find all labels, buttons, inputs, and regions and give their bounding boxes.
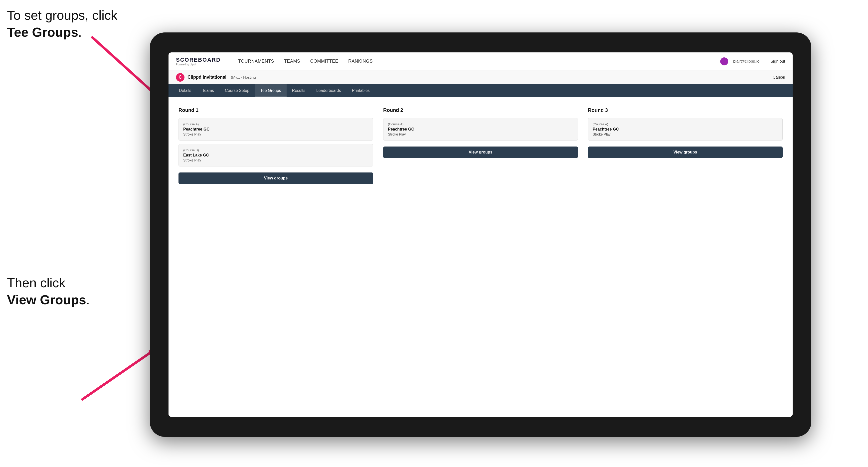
rounds-container: Round 1 (Course A) Peachtree GC Stroke P… — [179, 107, 783, 184]
nav-teams[interactable]: TEAMS — [284, 59, 300, 64]
round-2-course-a-card: (Course A) Peachtree GC Stroke Play — [383, 118, 578, 141]
round-3-view-groups-button[interactable]: View groups — [588, 147, 783, 158]
tablet-screen: SCOREBOARD Powered by clippit TOURNAMENT… — [168, 53, 793, 417]
round-3-course-a-name: Peachtree GC — [593, 127, 778, 131]
round-2-view-groups-button[interactable]: View groups — [383, 147, 578, 158]
round-2-course-a-format: Stroke Play — [388, 132, 573, 136]
round-1-course-a-label: (Course A) — [183, 122, 369, 126]
round-2-column: Round 2 (Course A) Peachtree GC Stroke P… — [383, 107, 578, 184]
instruction-bottom-line1: Then click — [7, 276, 65, 290]
round-1-course-b-label: (Course B) — [183, 148, 369, 152]
instruction-top-line2: Tee Groups — [7, 25, 78, 39]
round-1-course-a-card: (Course A) Peachtree GC Stroke Play — [179, 118, 373, 141]
nav-committee[interactable]: COMMITTEE — [310, 59, 339, 64]
logo-text: SCOREBOARD — [176, 57, 221, 63]
user-email: blair@clippd.io — [733, 59, 760, 64]
tab-bar: Details Teams Course Setup Tee Groups Re… — [168, 84, 793, 97]
round-1-column: Round 1 (Course A) Peachtree GC Stroke P… — [179, 107, 373, 184]
round-1-course-b-format: Stroke Play — [183, 158, 369, 162]
tab-details[interactable]: Details — [174, 84, 197, 97]
nav-bar: SCOREBOARD Powered by clippit TOURNAMENT… — [168, 53, 793, 70]
tournament-logo: C — [176, 73, 185, 82]
instruction-bottom-period: . — [86, 292, 90, 307]
nav-right: blair@clippd.io | Sign out — [720, 57, 785, 65]
tab-tee-groups[interactable]: Tee Groups — [255, 84, 287, 97]
nav-tournaments[interactable]: TOURNAMENTS — [238, 59, 274, 64]
user-avatar — [720, 57, 728, 65]
round-1-course-a-name: Peachtree GC — [183, 127, 369, 131]
round-3-course-a-format: Stroke Play — [593, 132, 778, 136]
tab-leaderboards[interactable]: Leaderboards — [311, 84, 346, 97]
round-1-course-b-name: East Lake GC — [183, 153, 369, 157]
instruction-top-line1: To set groups, click — [7, 8, 117, 23]
cancel-button[interactable]: Cancel — [773, 75, 785, 80]
round-2-title: Round 2 — [383, 107, 578, 113]
round-1-course-b-card: (Course B) East Lake GC Stroke Play — [179, 144, 373, 166]
tab-results[interactable]: Results — [287, 84, 311, 97]
round-3-title: Round 3 — [588, 107, 783, 113]
sign-out-link[interactable]: Sign out — [770, 59, 785, 64]
tablet-device: SCOREBOARD Powered by clippit TOURNAMENT… — [150, 32, 811, 437]
round-2-course-a-label: (Course A) — [388, 122, 573, 126]
tab-teams[interactable]: Teams — [197, 84, 219, 97]
nav-links: TOURNAMENTS TEAMS COMMITTEE RANKINGS — [238, 59, 373, 64]
logo-scoreboard: SCOREBOARD — [176, 57, 221, 63]
main-content: Round 1 (Course A) Peachtree GC Stroke P… — [168, 97, 793, 417]
round-3-column: Round 3 (Course A) Peachtree GC Stroke P… — [588, 107, 783, 184]
instruction-bottom-line2: View Groups — [7, 292, 86, 307]
logo-area: SCOREBOARD Powered by clippit — [176, 57, 221, 66]
tournament-status: (My... · Hosting — [231, 75, 256, 80]
round-3-course-a-card: (Course A) Peachtree GC Stroke Play — [588, 118, 783, 141]
tournament-header: C Clippd Invitational (My... · Hosting C… — [168, 70, 793, 84]
logo-sub: Powered by clippit — [176, 63, 221, 66]
round-2-course-a-name: Peachtree GC — [388, 127, 573, 131]
tab-course-setup[interactable]: Course Setup — [219, 84, 255, 97]
round-3-course-a-label: (Course A) — [593, 122, 778, 126]
tournament-name: Clippd Invitational — [187, 74, 226, 80]
tournament-title-area: C Clippd Invitational (My... · Hosting — [176, 73, 256, 82]
nav-rankings[interactable]: RANKINGS — [348, 59, 373, 64]
tab-printables[interactable]: Printables — [346, 84, 375, 97]
round-1-course-a-format: Stroke Play — [183, 132, 369, 136]
round-1-view-groups-button[interactable]: View groups — [179, 173, 373, 184]
instruction-bottom: Then click View Groups. — [7, 275, 90, 308]
round-1-title: Round 1 — [179, 107, 373, 113]
